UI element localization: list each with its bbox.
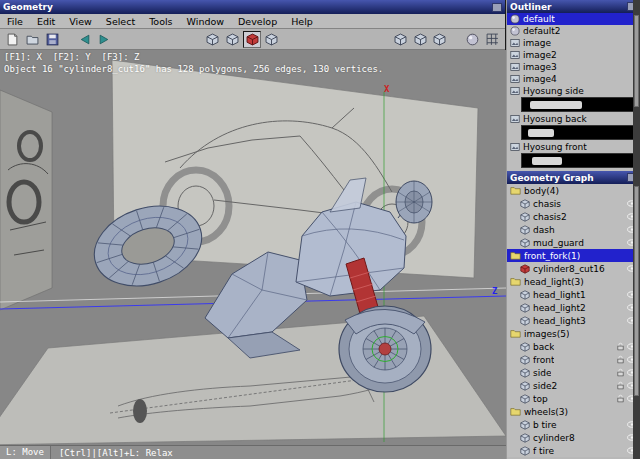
scrollbar-thumb[interactable] <box>634 15 639 107</box>
object-cube-icon <box>520 303 530 313</box>
image-thumbnail[interactable] <box>521 153 637 168</box>
geometry-graph-item[interactable]: top <box>507 392 640 405</box>
geometry-graph-item[interactable]: wheels(3) <box>507 405 640 418</box>
image-thumbnail[interactable] <box>521 97 637 112</box>
lock-icon[interactable] <box>617 368 624 377</box>
image-icon <box>510 38 520 48</box>
menu-file[interactable]: File <box>0 14 30 29</box>
geometry-graph-item[interactable]: images(5) <box>507 327 640 340</box>
geometry-graph-item[interactable]: head_light(3) <box>507 275 640 288</box>
edge-select-mode-button[interactable] <box>224 31 242 48</box>
smooth-view-button[interactable] <box>431 31 449 48</box>
outliner-item[interactable]: image4 <box>507 73 640 85</box>
object-cube-icon <box>520 212 530 222</box>
perspective-view-icon <box>465 33 480 46</box>
item-label: f tire <box>533 446 554 456</box>
lock-icon[interactable] <box>617 394 624 403</box>
open-button[interactable] <box>24 31 42 48</box>
viewport-canvas[interactable]: X <box>0 50 506 445</box>
toolbar <box>0 29 505 50</box>
outliner-item[interactable]: Hyosung front <box>507 141 640 153</box>
geometry-graph-item[interactable]: mud_guard <box>507 236 640 249</box>
status-mode: L: Move <box>0 446 51 459</box>
vertex-select-mode-button[interactable] <box>204 31 222 48</box>
outliner-item[interactable]: image3 <box>507 61 640 73</box>
geometry-graph-title: Geometry Graph <box>510 173 594 183</box>
item-label: dash <box>533 225 555 235</box>
object-cube-icon <box>520 381 530 391</box>
outliner-item[interactable]: default2 <box>507 25 640 37</box>
geometry-graph-item[interactable]: side <box>507 366 640 379</box>
save-button[interactable] <box>43 31 61 48</box>
panel-scrollbar[interactable] <box>633 0 640 459</box>
outliner-item[interactable]: image <box>507 37 640 49</box>
geometry-graph-item[interactable]: head_light3 <box>507 314 640 327</box>
grid-toggle-button[interactable] <box>483 31 501 48</box>
geometry-graph-item[interactable]: b tire <box>507 418 640 431</box>
menu-window[interactable]: Window <box>180 14 231 29</box>
object-info: Object 16 "cylinder8_cut16" has 128 poly… <box>4 64 383 74</box>
open-folder-icon <box>25 33 40 46</box>
menu-view[interactable]: View <box>62 14 99 29</box>
item-label: mud_guard <box>533 238 584 248</box>
outliner-item-label: Hyosung side <box>523 86 584 96</box>
scrollbar-thumb[interactable] <box>634 186 639 396</box>
menu-select[interactable]: Select <box>99 14 142 29</box>
object-cube-icon <box>520 420 530 430</box>
lock-icon[interactable] <box>617 342 624 351</box>
material-icon <box>510 26 520 36</box>
perspective-view-button[interactable] <box>464 31 482 48</box>
object-cube-icon <box>520 433 530 443</box>
vertex-mode-icon <box>205 33 220 46</box>
image-icon <box>510 74 520 84</box>
outliner-item[interactable]: default <box>507 13 640 25</box>
geometry-graph-item[interactable]: head_light1 <box>507 288 640 301</box>
geometry-titlebar[interactable]: Geometry <box>0 0 505 14</box>
geometry-graph-item[interactable]: front <box>507 353 640 366</box>
object-cube-icon <box>520 355 530 365</box>
geometry-graph-item[interactable]: f tire <box>507 444 640 457</box>
object-cube-icon <box>520 199 530 209</box>
body-select-mode-button[interactable] <box>263 31 281 48</box>
geometry-graph-item[interactable]: chasis <box>507 197 640 210</box>
window-title: Geometry <box>3 2 53 12</box>
face-select-mode-button[interactable] <box>243 31 261 48</box>
smooth-view-icon <box>432 33 447 46</box>
geometry-graph-item[interactable]: side2 <box>507 379 640 392</box>
image-icon <box>510 50 520 60</box>
back-button[interactable] <box>76 31 94 48</box>
menu-tools[interactable]: Tools <box>142 14 179 29</box>
outliner-item[interactable]: Hyosung back <box>507 113 640 125</box>
outliner-titlebar[interactable]: Outliner <box>507 0 640 13</box>
geometry-graph-item[interactable]: cylinder8_cut16 <box>507 262 640 275</box>
image-thumbnail[interactable] <box>521 125 637 140</box>
shaded-view-button[interactable] <box>392 31 410 48</box>
geometry-graph-item[interactable]: back <box>507 340 640 353</box>
model-headlight-ring[interactable] <box>396 181 432 223</box>
geometry-graph-item[interactable]: body(4) <box>507 184 640 197</box>
geometry-graph-item[interactable]: dash <box>507 223 640 236</box>
status-hint: [Ctrl]|[Alt]+L: Relax <box>51 448 181 458</box>
outliner-item[interactable]: image2 <box>507 49 640 61</box>
menu-help[interactable]: Help <box>284 14 320 29</box>
geometry-window: Geometry File Edit View Select Tools Win… <box>0 0 506 459</box>
menu-develop[interactable]: Develop <box>231 14 284 29</box>
forward-button[interactable] <box>96 31 114 48</box>
geometry-graph-item[interactable]: cylinder8 <box>507 431 640 444</box>
new-button[interactable] <box>4 31 22 48</box>
hotkey-hint: [F1]: X [F2]: Y [F3]: Z <box>4 52 139 62</box>
geometry-graph-titlebar[interactable]: Geometry Graph <box>507 171 640 184</box>
object-cube-icon <box>520 368 530 378</box>
forward-arrow-icon <box>97 33 112 46</box>
outliner-item[interactable]: Hyosung side <box>507 85 640 97</box>
menu-edit[interactable]: Edit <box>30 14 62 29</box>
wireframe-view-button[interactable] <box>411 31 429 48</box>
back-arrow-icon <box>77 33 92 46</box>
geometry-graph-item[interactable]: head_light2 <box>507 301 640 314</box>
geometry-graph-item[interactable]: chasis2 <box>507 210 640 223</box>
lock-icon[interactable] <box>617 355 624 364</box>
geometry-graph-item[interactable]: front_fork(1) <box>507 249 640 262</box>
viewport[interactable]: X <box>0 50 506 445</box>
window-menu-button[interactable] <box>492 3 502 12</box>
lock-icon[interactable] <box>617 381 624 390</box>
